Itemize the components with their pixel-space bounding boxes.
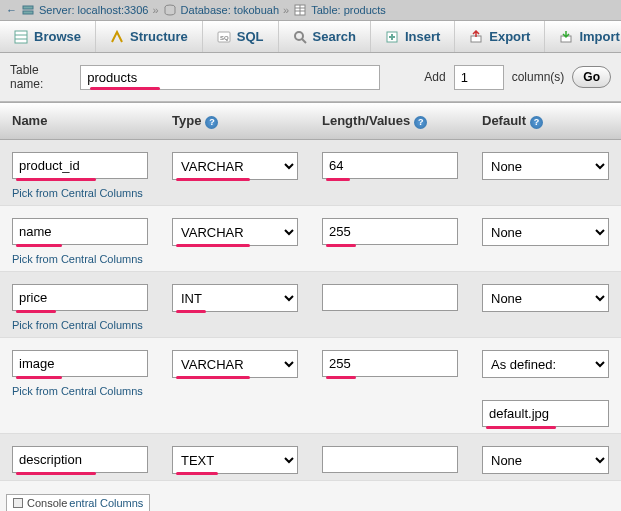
tab-insert[interactable]: Insert xyxy=(371,21,455,52)
pick-central-link[interactable]: Pick from Central Columns xyxy=(12,319,148,331)
column-row: Pick from Central Columns VARCHAR As def… xyxy=(0,338,621,434)
insert-icon xyxy=(385,30,399,44)
column-default-select[interactable]: None xyxy=(482,446,609,474)
server-icon xyxy=(21,3,35,17)
column-name-input[interactable] xyxy=(12,218,148,245)
column-default-select[interactable]: As defined: xyxy=(482,350,609,378)
help-icon[interactable]: ? xyxy=(414,116,427,129)
column-length-input[interactable] xyxy=(322,446,458,473)
add-columns-input[interactable] xyxy=(454,65,504,90)
column-default-select[interactable]: None xyxy=(482,284,609,312)
sql-icon: SQ xyxy=(217,30,231,44)
svg-rect-7 xyxy=(15,31,27,43)
tab-import[interactable]: Import xyxy=(545,21,621,52)
tab-search[interactable]: Search xyxy=(279,21,371,52)
column-row: Pick from Central Columns INT None xyxy=(0,272,621,338)
header-name: Name xyxy=(0,103,160,139)
column-row: Pick from Central Columns VARCHAR None xyxy=(0,206,621,272)
column-type-select[interactable]: VARCHAR xyxy=(172,152,298,180)
help-icon[interactable]: ? xyxy=(530,116,543,129)
tab-label: Search xyxy=(313,29,356,44)
column-default-value-input[interactable] xyxy=(482,400,609,427)
browse-icon xyxy=(14,30,28,44)
tab-label: Browse xyxy=(34,29,81,44)
export-icon xyxy=(469,30,483,44)
tablename-label: Table name: xyxy=(10,63,72,91)
tab-label: Import xyxy=(579,29,619,44)
sep: » xyxy=(152,4,158,16)
column-name-input[interactable] xyxy=(12,446,148,473)
tablename-row: Table name: Add column(s) Go xyxy=(0,53,621,102)
tabs: Browse Structure SQ SQL Search Insert Ex… xyxy=(0,21,621,53)
column-name-input[interactable] xyxy=(12,284,148,311)
column-length-input[interactable] xyxy=(322,350,458,377)
columns-header: Name Type? Length/Values? Default? xyxy=(0,102,621,140)
column-type-select[interactable]: INT xyxy=(172,284,298,312)
column-length-input[interactable] xyxy=(322,218,458,245)
add-label: Add xyxy=(424,70,445,84)
column-type-select[interactable]: VARCHAR xyxy=(172,350,298,378)
header-type: Type? xyxy=(160,103,310,139)
column-default-select[interactable]: None xyxy=(482,152,609,180)
column-type-select[interactable]: TEXT xyxy=(172,446,298,474)
import-icon xyxy=(559,30,573,44)
column-type-select[interactable]: VARCHAR xyxy=(172,218,298,246)
column-row: TEXT None xyxy=(0,434,621,481)
table-icon xyxy=(293,3,307,17)
breadcrumb: ← Server: localhost:3306 » Database: tok… xyxy=(0,0,621,21)
tab-export[interactable]: Export xyxy=(455,21,545,52)
tab-browse[interactable]: Browse xyxy=(0,21,96,52)
server-link[interactable]: Server: localhost:3306 xyxy=(39,4,148,16)
tab-structure[interactable]: Structure xyxy=(96,21,203,52)
search-icon xyxy=(293,30,307,44)
column-default-select[interactable]: None xyxy=(482,218,609,246)
svg-line-13 xyxy=(302,39,306,43)
svg-rect-1 xyxy=(23,11,33,14)
pick-central-link[interactable]: Pick from Central Columns xyxy=(12,253,148,265)
column-name-input[interactable] xyxy=(12,350,148,377)
structure-icon xyxy=(110,30,124,44)
column-rows: Pick from Central Columns VARCHAR None P… xyxy=(0,140,621,481)
database-icon xyxy=(163,3,177,17)
pick-central-link[interactable]: Pick from Central Columns xyxy=(12,385,148,397)
svg-point-12 xyxy=(295,32,303,40)
table-link[interactable]: Table: products xyxy=(311,4,386,16)
svg-rect-0 xyxy=(23,6,33,9)
column-row: Pick from Central Columns VARCHAR None xyxy=(0,140,621,206)
column-length-input[interactable] xyxy=(322,152,458,179)
tablename-input[interactable] xyxy=(80,65,380,90)
tab-sql[interactable]: SQ SQL xyxy=(203,21,279,52)
svg-text:SQ: SQ xyxy=(220,35,229,41)
column-length-input[interactable] xyxy=(322,284,458,311)
pick-central-link[interactable]: Pick from Central Columns xyxy=(12,187,148,199)
back-arrow[interactable]: ← xyxy=(6,4,17,16)
help-icon[interactable]: ? xyxy=(205,116,218,129)
go-button[interactable]: Go xyxy=(572,66,611,88)
tab-label: SQL xyxy=(237,29,264,44)
database-link[interactable]: Database: tokobuah xyxy=(181,4,279,16)
tab-label: Export xyxy=(489,29,530,44)
columns-label: column(s) xyxy=(512,70,565,84)
tab-label: Structure xyxy=(130,29,188,44)
header-default: Default? xyxy=(470,103,621,139)
column-name-input[interactable] xyxy=(12,152,148,179)
header-length: Length/Values? xyxy=(310,103,470,139)
tab-label: Insert xyxy=(405,29,440,44)
sep: » xyxy=(283,4,289,16)
